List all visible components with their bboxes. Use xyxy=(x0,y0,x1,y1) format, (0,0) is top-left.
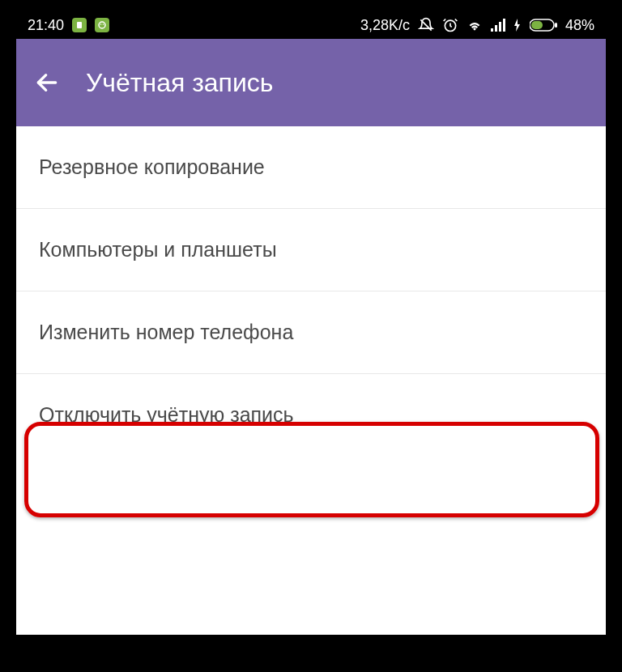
list-item-backup[interactable]: Резервное копирование xyxy=(16,126,606,209)
appbar: Учётная запись xyxy=(16,39,606,126)
svg-rect-9 xyxy=(503,19,505,32)
svg-rect-7 xyxy=(495,25,497,32)
svg-rect-0 xyxy=(77,22,82,28)
list-item-change-number[interactable]: Изменить номер телефона xyxy=(16,291,606,374)
wifi-icon xyxy=(466,19,483,32)
mute-icon xyxy=(418,17,434,33)
status-bar: 21:40 3,28K/c xyxy=(16,11,606,39)
svg-rect-12 xyxy=(555,23,557,28)
list-item-devices[interactable]: Компьютеры и планшеты xyxy=(16,209,606,291)
status-time: 21:40 xyxy=(28,17,64,34)
list-item-deactivate[interactable]: Отключить учётную запись xyxy=(16,374,606,456)
svg-point-1 xyxy=(99,22,105,28)
list-item-label: Резервное копирование xyxy=(39,155,265,178)
status-battery-pct: 48% xyxy=(565,17,594,34)
list-item-label: Отключить учётную запись xyxy=(39,403,294,426)
settings-list: Резервное копирование Компьютеры и планш… xyxy=(16,126,606,635)
svg-point-3 xyxy=(103,23,104,25)
list-item-label: Компьютеры и планшеты xyxy=(39,238,277,261)
page-title: Учётная запись xyxy=(86,68,273,98)
svg-rect-8 xyxy=(499,22,501,32)
status-net-speed: 3,28K/c xyxy=(360,17,410,34)
list-item-label: Изменить номер телефона xyxy=(39,321,293,343)
app-badge-icon-1 xyxy=(72,18,87,32)
back-arrow-icon xyxy=(34,70,60,96)
svg-rect-6 xyxy=(491,28,493,32)
svg-point-2 xyxy=(100,23,102,25)
signal-icon xyxy=(491,19,505,32)
back-button[interactable] xyxy=(31,66,63,99)
svg-rect-11 xyxy=(531,21,543,29)
app-badge-icon-2 xyxy=(95,18,109,32)
battery-icon xyxy=(530,19,557,32)
alarm-icon xyxy=(442,17,458,33)
charging-icon xyxy=(513,19,522,32)
